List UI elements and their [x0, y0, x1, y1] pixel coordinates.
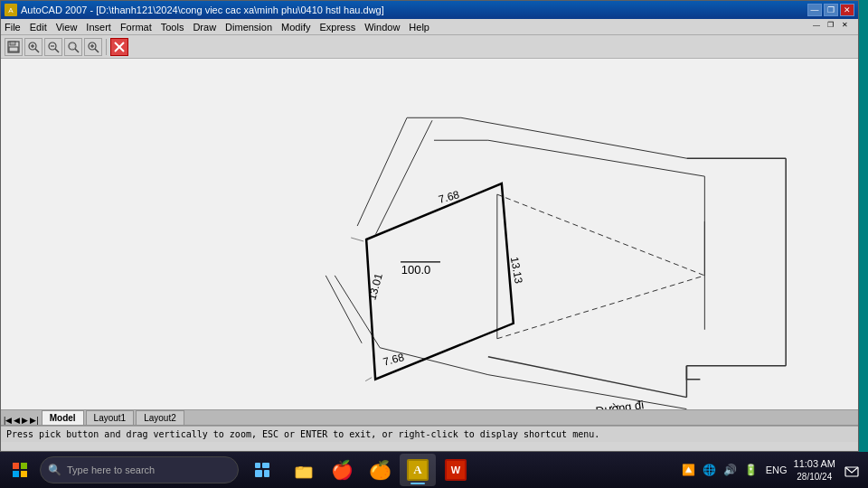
search-icon: 🔍	[48, 464, 61, 476]
svg-line-11	[75, 49, 79, 52]
svg-rect-12	[70, 43, 75, 49]
toolbar-zoom-realtime[interactable]	[24, 38, 42, 56]
tab-layout1[interactable]: Layout1	[86, 410, 135, 425]
taskbar-fruit-app[interactable]: 🍎	[324, 454, 360, 486]
menu-bar: File Edit View Insert Format Tools Draw …	[1, 19, 858, 35]
start-button[interactable]	[4, 454, 36, 486]
app-icon: A	[5, 4, 17, 16]
tray-network[interactable]: 🌐	[701, 464, 718, 476]
tray-battery[interactable]: 🔋	[742, 464, 760, 476]
tab-first-button[interactable]: |◀	[3, 416, 13, 425]
menu-tools[interactable]: Tools	[161, 22, 184, 33]
tray-up-arrow[interactable]: 🔼	[680, 464, 697, 476]
toolbar-zoom-window[interactable]	[64, 38, 82, 56]
tab-navigation: |◀ ◀ ▶ ▶|	[3, 416, 40, 425]
inner-minimize-button[interactable]: —	[813, 21, 826, 33]
svg-rect-50	[262, 463, 269, 468]
menu-modify[interactable]: Modify	[281, 22, 310, 33]
tray-volume[interactable]: 🔊	[722, 464, 739, 476]
window-title: AutoCAD 2007 - [D:\thanh121\2024\cong vi…	[21, 5, 384, 15]
tab-last-button[interactable]: ▶|	[29, 416, 39, 425]
svg-line-8	[55, 49, 59, 52]
tab-prev-button[interactable]: ◀	[13, 416, 21, 425]
svg-line-14	[95, 49, 99, 52]
inner-close-button[interactable]: ✕	[842, 21, 854, 33]
window-controls: — ❐ ✕	[807, 4, 854, 16]
toolbar-cancel[interactable]	[110, 38, 128, 56]
search-bar[interactable]: 🔍 Type here to search	[40, 456, 239, 483]
svg-rect-2	[9, 47, 18, 52]
close-button[interactable]: ✕	[840, 4, 854, 16]
label-area: 100.0	[401, 263, 430, 277]
menu-draw[interactable]: Draw	[193, 22, 216, 33]
clock[interactable]: 11:03 AM 28/10/24	[794, 457, 835, 482]
svg-rect-52	[264, 470, 269, 477]
menu-edit[interactable]: Edit	[30, 22, 47, 33]
svg-rect-1	[10, 42, 15, 45]
tabs-area: |◀ ◀ ▶ ▶| Model Layout1 Layout2	[1, 409, 858, 426]
clock-date: 28/10/24	[794, 471, 835, 483]
svg-rect-51	[255, 470, 262, 477]
drawing-area[interactable]: 13.01 7.68 100.0 13.13 7.68 Đường đi	[1, 59, 858, 409]
svg-rect-46	[21, 463, 27, 469]
menu-insert[interactable]: Insert	[86, 22, 111, 33]
menu-express[interactable]: Express	[319, 22, 355, 33]
taskbar-apps: 🍎 🍊 A W	[286, 454, 474, 486]
tray-lang[interactable]: ENG	[763, 465, 790, 475]
system-tray: 🔼 🌐 🔊 🔋 ENG 11:03 AM 28/10/24	[680, 457, 864, 483]
taskbar-fruit-app2[interactable]: 🍊	[362, 454, 398, 486]
menu-window[interactable]: Window	[364, 22, 400, 33]
toolbar-zoom-extents[interactable]	[84, 38, 102, 56]
svg-rect-45	[13, 463, 19, 469]
menu-help[interactable]: Help	[409, 22, 429, 33]
minimize-button[interactable]: —	[807, 4, 822, 16]
toolbar-separator	[106, 39, 107, 55]
menu-view[interactable]: View	[56, 22, 78, 33]
taskbar-autocad[interactable]: A	[400, 454, 436, 486]
taskbar: 🔍 Type here to search 🍎 🍊	[0, 452, 868, 488]
toolbar-zoom-previous[interactable]	[44, 38, 62, 56]
command-line: Press pick button and drag vertically to…	[1, 426, 858, 442]
cad-drawing: 13.01 7.68 100.0 13.13 7.68 Đường đi	[1, 59, 858, 409]
title-bar: A AutoCAD 2007 - [D:\thanh121\2024\cong …	[1, 1, 858, 19]
svg-rect-48	[21, 471, 27, 477]
inner-restore-button[interactable]: ❐	[827, 21, 840, 33]
restore-button[interactable]: ❐	[824, 4, 838, 16]
toolbar	[1, 35, 858, 59]
autocad-window: A AutoCAD 2007 - [D:\thanh121\2024\cong …	[0, 0, 859, 452]
taskbar-other-app[interactable]: W	[438, 454, 474, 486]
menu-dimension[interactable]: Dimension	[225, 22, 272, 33]
notification-button[interactable]	[839, 457, 864, 483]
toolbar-qsave[interactable]	[5, 38, 23, 56]
tab-layout2[interactable]: Layout2	[136, 410, 184, 425]
command-text: Press pick button and drag vertically to…	[6, 429, 599, 439]
clock-time: 11:03 AM	[794, 457, 835, 470]
search-placeholder: Type here to search	[67, 465, 155, 475]
tab-next-button[interactable]: ▶	[21, 416, 29, 425]
menu-file[interactable]: File	[5, 22, 21, 33]
svg-line-4	[35, 49, 39, 52]
svg-rect-49	[255, 463, 260, 468]
taskbar-file-explorer[interactable]	[286, 454, 322, 486]
task-view-button[interactable]	[244, 454, 280, 486]
menu-format[interactable]: Format	[120, 22, 152, 33]
svg-rect-47	[13, 471, 19, 477]
tab-model[interactable]: Model	[42, 410, 84, 425]
